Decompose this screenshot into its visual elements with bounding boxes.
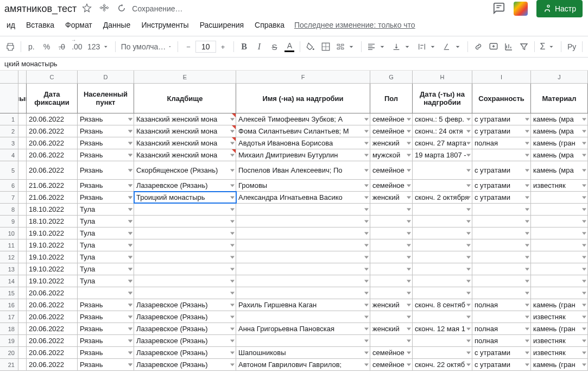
cell[interactable]: с утратами — [472, 180, 531, 191]
dropdown-arrow-icon[interactable] — [230, 169, 235, 172]
cell[interactable]: Рязань — [78, 137, 134, 149]
cell[interactable] — [413, 180, 472, 191]
dropdown-arrow-icon[interactable] — [128, 118, 132, 121]
dropdown-arrow-icon[interactable] — [407, 208, 411, 211]
cell[interactable]: известняк — [531, 180, 588, 191]
cell[interactable]: 20.06.2022 — [27, 299, 78, 311]
print-icon[interactable] — [3, 40, 17, 54]
dropdown-arrow-icon[interactable] — [230, 208, 235, 211]
cell[interactable]: камень (гран — [531, 359, 588, 370]
insert-chart-button[interactable] — [502, 40, 516, 54]
dropdown-arrow-icon[interactable] — [525, 327, 529, 330]
cell[interactable] — [134, 204, 236, 215]
cell[interactable]: Рязань — [78, 359, 134, 370]
cell[interactable] — [18, 239, 27, 251]
cell[interactable]: 20.06.2022 — [27, 323, 78, 334]
cell[interactable] — [370, 227, 413, 239]
cell[interactable] — [134, 287, 236, 299]
cell[interactable] — [236, 287, 370, 299]
dropdown-arrow-icon[interactable] — [230, 292, 235, 294]
cell[interactable] — [18, 359, 27, 370]
font-size-value[interactable]: 10 — [195, 41, 216, 53]
dropdown-arrow-icon[interactable] — [466, 130, 471, 132]
dropdown-arrow-icon[interactable] — [128, 169, 132, 172]
cell[interactable]: 19.10.2022 — [27, 251, 78, 263]
dropdown-arrow-icon[interactable] — [128, 130, 132, 132]
cell[interactable] — [413, 161, 472, 179]
dropdown-arrow-icon[interactable] — [407, 304, 411, 306]
cell[interactable] — [531, 287, 588, 299]
dropdown-arrow-icon[interactable] — [525, 118, 529, 121]
cell[interactable] — [18, 251, 27, 263]
dropdown-arrow-icon[interactable] — [407, 315, 411, 318]
cell[interactable]: с утратами — [472, 192, 531, 203]
vertical-align-button[interactable] — [390, 40, 414, 54]
table-header-cell[interactable]: ный — [18, 84, 27, 113]
dropdown-arrow-icon[interactable] — [466, 327, 471, 330]
dropdown-arrow-icon[interactable] — [407, 292, 411, 294]
dropdown-arrow-icon[interactable] — [525, 339, 529, 342]
cell[interactable]: Лазаревское (Рязань) — [134, 180, 236, 191]
dropdown-arrow-icon[interactable] — [525, 351, 529, 354]
cell[interactable] — [531, 204, 588, 215]
cell[interactable] — [370, 204, 413, 215]
dropdown-arrow-icon[interactable] — [128, 351, 132, 354]
dropdown-arrow-icon[interactable] — [466, 220, 471, 223]
dropdown-arrow-icon[interactable] — [364, 327, 369, 330]
cell[interactable] — [472, 216, 531, 227]
dropdown-arrow-icon[interactable] — [582, 351, 586, 354]
dropdown-arrow-icon[interactable] — [230, 268, 235, 270]
cell[interactable]: 20.06.2022 — [27, 125, 78, 137]
menu-format[interactable]: Формат — [61, 18, 97, 31]
dropdown-arrow-icon[interactable] — [364, 196, 369, 199]
cell[interactable]: сконч. 27 марта — [413, 137, 472, 149]
menu-tools[interactable]: Инструменты — [137, 18, 193, 31]
cell[interactable] — [472, 287, 531, 299]
dropdown-arrow-icon[interactable] — [230, 244, 235, 246]
cell[interactable]: Казанский женский мона — [134, 113, 236, 125]
dropdown-arrow-icon[interactable] — [525, 130, 529, 132]
cell[interactable]: 21.06.2022 — [27, 180, 78, 191]
dropdown-arrow-icon[interactable] — [466, 315, 471, 318]
cell[interactable]: Казанский женский мона — [134, 125, 236, 137]
cell[interactable]: Тула — [78, 227, 134, 239]
dropdown-arrow-icon[interactable] — [364, 208, 369, 211]
row-header-blank[interactable] — [0, 84, 18, 113]
dropdown-arrow-icon[interactable] — [582, 184, 586, 187]
cell[interactable]: Тула — [78, 251, 134, 263]
dropdown-arrow-icon[interactable] — [466, 351, 471, 354]
cell[interactable] — [413, 216, 472, 227]
star-icon[interactable] — [82, 3, 92, 15]
dropdown-arrow-icon[interactable] — [466, 232, 471, 235]
dropdown-arrow-icon[interactable] — [364, 256, 369, 258]
cell[interactable] — [370, 335, 413, 346]
cell[interactable]: Тула — [78, 275, 134, 287]
cell[interactable]: камень (гран — [531, 323, 588, 334]
cell[interactable]: Фома Силантьевич Силантьев; М — [236, 125, 370, 137]
dropdown-arrow-icon[interactable] — [364, 339, 369, 342]
cell[interactable] — [370, 239, 413, 251]
merge-cells-button[interactable] — [334, 40, 358, 54]
cell[interactable] — [370, 251, 413, 263]
cell[interactable]: Тула — [78, 239, 134, 251]
cell[interactable] — [472, 239, 531, 251]
dropdown-arrow-icon[interactable] — [582, 268, 586, 270]
cell[interactable] — [413, 311, 472, 323]
dropdown-arrow-icon[interactable] — [230, 154, 235, 156]
dropdown-arrow-icon[interactable] — [407, 154, 411, 156]
cell[interactable]: Александра Игнатьевна Васико — [236, 192, 370, 203]
dropdown-arrow-icon[interactable] — [364, 351, 369, 354]
cell[interactable]: Тула — [78, 216, 134, 227]
cell[interactable]: семейное — [370, 113, 413, 125]
dropdown-arrow-icon[interactable] — [230, 363, 235, 366]
cell[interactable]: женский — [370, 323, 413, 334]
cell[interactable] — [413, 227, 472, 239]
fill-color-button[interactable] — [304, 40, 318, 54]
dropdown-arrow-icon[interactable] — [466, 292, 471, 294]
cell[interactable] — [134, 251, 236, 263]
dropdown-arrow-icon[interactable] — [407, 184, 411, 187]
cell[interactable] — [18, 149, 27, 161]
horizontal-align-button[interactable] — [365, 40, 389, 54]
cell[interactable]: 19 марта 1807 - — [413, 149, 472, 161]
dropdown-arrow-icon[interactable] — [364, 280, 369, 282]
